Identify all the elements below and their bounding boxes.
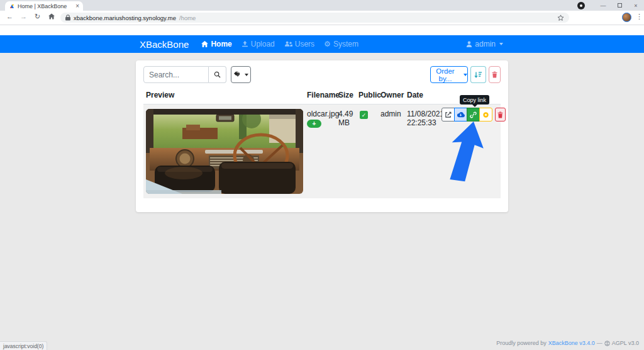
- lock-icon: [65, 14, 70, 21]
- order-by-dropdown[interactable]: Order by...: [430, 66, 468, 83]
- bulk-delete-button[interactable]: [489, 66, 501, 83]
- footer-dash: —: [597, 340, 602, 346]
- window-minimize-button[interactable]: —: [595, 3, 611, 9]
- app-brand[interactable]: XBackBone: [140, 39, 189, 50]
- chevron-down-icon: [245, 74, 248, 76]
- tags-icon: [233, 71, 242, 78]
- nav-item-upload[interactable]: Upload: [242, 40, 275, 48]
- url-bar[interactable]: xbackbone.mariushosting.synology.me/home: [60, 13, 569, 23]
- search-icon: [214, 71, 221, 78]
- col-date: Date: [407, 91, 423, 99]
- col-owner: Owner: [380, 91, 404, 99]
- browser-toolbar: ← → ↻ xbackbone.mariushosting.synology.m…: [0, 11, 644, 25]
- chevron-down-icon: [464, 74, 467, 76]
- browser-tab[interactable]: Home | XBackBone ×: [5, 1, 83, 11]
- table-header: Preview Filename Size Public Owner Date: [143, 88, 501, 104]
- nav-item-home[interactable]: Home: [201, 40, 231, 48]
- app-navbar: XBackBone Home Upload Users ⚙ System adm…: [0, 35, 644, 53]
- tab-close-icon[interactable]: ×: [75, 3, 79, 9]
- search-input[interactable]: [143, 66, 209, 83]
- cloud-download-icon: [457, 111, 465, 118]
- sort-amount-icon: [474, 71, 482, 79]
- app-footer: Proudly powered by XBackBone v3.4.0 — AG…: [496, 340, 639, 346]
- search-button[interactable]: [209, 66, 226, 83]
- upload-icon: [242, 41, 248, 47]
- copy-link-tooltip: Copy link: [460, 95, 489, 104]
- browser-profile-icon[interactable]: [577, 2, 585, 9]
- home-button[interactable]: [48, 13, 55, 21]
- bookmark-star-icon[interactable]: [557, 14, 564, 21]
- edit-icon: [445, 111, 452, 118]
- browser-tab-strip: Home | XBackBone × — ×: [0, 0, 644, 11]
- reload-button[interactable]: ↻: [35, 13, 40, 21]
- footer-version-link[interactable]: XBackBone v3.4.0: [548, 340, 595, 346]
- back-button[interactable]: ←: [6, 13, 13, 20]
- col-filename: Filename: [307, 91, 340, 99]
- copy-link-button[interactable]: [467, 108, 480, 121]
- footer-prefix: Proudly powered by: [496, 340, 547, 346]
- row-size-value: 4.49: [338, 110, 353, 118]
- col-size: Size: [338, 91, 353, 99]
- link-icon: [470, 111, 477, 118]
- sort-direction-button[interactable]: [470, 66, 486, 83]
- add-tag-button[interactable]: +: [307, 120, 321, 128]
- tab-title: Home | XBackBone: [18, 3, 73, 9]
- tags-filter-button[interactable]: [231, 66, 251, 83]
- agpl-icon: [604, 341, 610, 346]
- download-button[interactable]: [454, 108, 467, 121]
- public-checkbox[interactable]: ✓: [360, 111, 368, 119]
- gear-icon: ⚙: [324, 40, 331, 48]
- row-date: 11/08/2021: [407, 110, 444, 118]
- row-actions: [441, 108, 506, 121]
- sun-icon: [482, 111, 489, 118]
- browser-menu-icon[interactable]: ⋮: [636, 13, 643, 21]
- users-icon: [284, 41, 292, 47]
- home-icon: [201, 41, 208, 47]
- publish-toggle-button[interactable]: [479, 108, 492, 121]
- row-filename: oldcar.jpg: [307, 110, 339, 118]
- trash-icon: [497, 111, 503, 118]
- content-card: Order by... Preview Filename Size Public…: [136, 60, 508, 212]
- delete-button[interactable]: [495, 108, 506, 121]
- favicon-icon: [9, 3, 15, 9]
- url-path: /home: [179, 14, 196, 21]
- nav-users-label: Users: [295, 40, 314, 48]
- user-menu-label: admin: [475, 40, 496, 48]
- window-controls: — ×: [577, 0, 644, 11]
- window-close-button[interactable]: ×: [628, 3, 644, 9]
- col-public: Public: [358, 91, 381, 99]
- order-by-label: Order by...: [431, 67, 460, 82]
- row-size-unit: MB: [338, 118, 350, 127]
- window-maximize-button[interactable]: [611, 3, 628, 9]
- row-owner: admin: [380, 110, 401, 118]
- preview-image[interactable]: [146, 109, 303, 194]
- chevron-down-icon: [499, 43, 503, 45]
- page-top-strip: [0, 25, 644, 35]
- url-host: xbackbone.mariushosting.synology.me: [74, 14, 176, 21]
- screen: Home | XBackBone × — × ← → ↻ xbackbone.m…: [0, 0, 644, 350]
- forward-button[interactable]: →: [20, 13, 27, 20]
- user-menu[interactable]: admin: [466, 40, 503, 48]
- trash-icon: [492, 71, 497, 78]
- table-row: oldcar.jpg + 4.49 MB ✓ admin 11/08/2021 …: [143, 104, 501, 198]
- row-time: 22:25:33: [407, 118, 436, 127]
- oldcar-photo: [146, 109, 303, 194]
- person-icon: [466, 41, 472, 47]
- browser-avatar[interactable]: [622, 13, 631, 22]
- footer-license: AGPL v3.0: [612, 340, 639, 346]
- nav-item-system[interactable]: ⚙ System: [324, 40, 358, 48]
- edit-button[interactable]: [441, 108, 455, 121]
- nav-home-label: Home: [211, 40, 231, 48]
- nav-item-users[interactable]: Users: [284, 40, 314, 48]
- controls-row: Order by...: [143, 66, 501, 83]
- nav-upload-label: Upload: [251, 40, 275, 48]
- col-preview: Preview: [146, 91, 174, 99]
- nav-system-label: System: [333, 40, 358, 48]
- browser-status-bar: javascript:void(0): [0, 341, 47, 350]
